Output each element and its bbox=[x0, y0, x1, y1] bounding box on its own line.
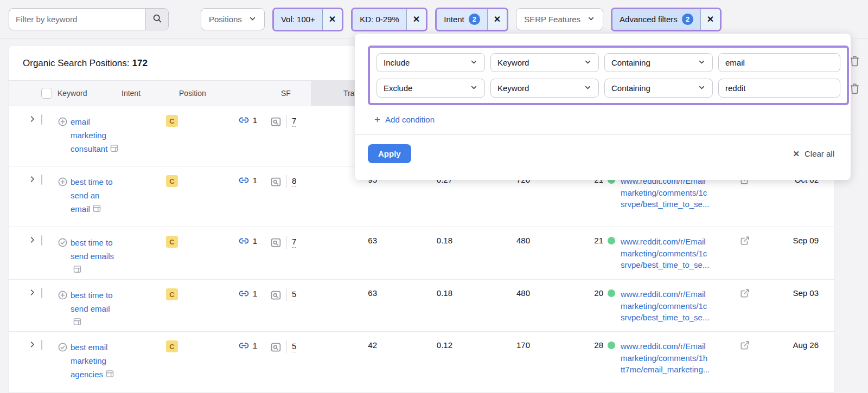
row-expander[interactable] bbox=[28, 166, 41, 185]
serp-page-icon[interactable] bbox=[92, 205, 101, 215]
serp-features-dropdown[interactable]: SERP Features bbox=[516, 8, 603, 30]
volume-filter-remove-button[interactable]: ✕ bbox=[322, 9, 342, 30]
delete-condition-button[interactable] bbox=[849, 55, 860, 67]
intent-commercial-badge[interactable]: C bbox=[166, 236, 178, 248]
condition-field-select[interactable]: Keyword bbox=[490, 79, 599, 98]
keyword-link[interactable]: best email marketing agencies bbox=[71, 340, 119, 382]
condition-mode-select[interactable]: Include bbox=[376, 53, 485, 72]
advanced-filters-remove-button[interactable]: ✕ bbox=[700, 9, 720, 30]
close-icon: ✕ bbox=[707, 14, 714, 24]
row-expander[interactable] bbox=[28, 106, 41, 125]
condition-row: Include Keyword Containing bbox=[376, 53, 840, 72]
intent-filter-chip[interactable]: Intent 2 ✕ bbox=[435, 8, 508, 31]
trash-icon bbox=[849, 59, 860, 68]
serp-features-label: SERP Features bbox=[524, 15, 580, 24]
serp-preview-icon[interactable] bbox=[270, 237, 282, 248]
keyword-link[interactable]: best time to send emails bbox=[71, 236, 119, 278]
chevron-right-icon bbox=[28, 176, 36, 185]
check-circle-icon[interactable] bbox=[58, 236, 68, 278]
row-expander[interactable] bbox=[28, 332, 41, 350]
close-icon: ✕ bbox=[793, 149, 800, 159]
row-checkbox[interactable] bbox=[41, 114, 42, 125]
column-header-sf[interactable]: SF bbox=[260, 81, 311, 106]
row-checkbox[interactable] bbox=[41, 288, 42, 298]
intent-commercial-badge[interactable]: C bbox=[166, 175, 178, 187]
row-expander[interactable] bbox=[28, 280, 41, 298]
link-icon bbox=[239, 236, 249, 246]
sf-count[interactable]: 5 bbox=[292, 289, 296, 300]
condition-field-select[interactable]: Keyword bbox=[490, 53, 599, 72]
row-checkbox[interactable] bbox=[41, 235, 42, 246]
traffic-value: 42 bbox=[311, 332, 382, 350]
keyword-link[interactable]: email marketing consultant bbox=[71, 115, 119, 157]
sf-count[interactable]: 8 bbox=[292, 176, 296, 187]
external-link-icon[interactable] bbox=[740, 288, 750, 300]
row-expander[interactable] bbox=[28, 227, 41, 246]
column-header-intent[interactable]: Intent bbox=[119, 81, 179, 106]
divider bbox=[286, 236, 287, 249]
serp-preview-icon[interactable] bbox=[270, 289, 282, 301]
add-condition-button[interactable]: + Add condition bbox=[374, 114, 435, 125]
serp-page-icon[interactable] bbox=[110, 145, 119, 154]
volume-filter-chip[interactable]: Vol: 100+ ✕ bbox=[272, 8, 343, 31]
row-checkbox[interactable] bbox=[41, 340, 42, 350]
serp-preview-icon[interactable] bbox=[270, 176, 282, 188]
serp-page-icon[interactable] bbox=[73, 266, 82, 275]
intent-count-badge: 2 bbox=[469, 14, 480, 25]
chevron-down-icon bbox=[698, 83, 706, 93]
advanced-filters-panel: Include Keyword Containing Exclude bbox=[355, 34, 851, 180]
condition-operator-select[interactable]: Containing bbox=[604, 79, 713, 98]
row-checkbox[interactable] bbox=[41, 175, 42, 185]
external-link-icon[interactable] bbox=[740, 236, 750, 247]
condition-operator-select[interactable]: Containing bbox=[604, 53, 713, 72]
serp-preview-icon[interactable] bbox=[270, 116, 282, 127]
serp-page-icon[interactable] bbox=[105, 371, 114, 380]
sf-count[interactable]: 5 bbox=[292, 342, 296, 352]
url-link[interactable]: www.reddit.com/r/Email bbox=[621, 288, 757, 300]
search-button[interactable] bbox=[145, 9, 168, 30]
keyword-filter-input[interactable] bbox=[9, 9, 145, 30]
volume-filter-label: Vol: 100+ bbox=[274, 9, 322, 30]
url-cell: www.reddit.com/r/Email marketing/comment… bbox=[618, 280, 757, 324]
condition-value-input[interactable] bbox=[718, 79, 840, 98]
select-all-checkbox[interactable] bbox=[41, 88, 52, 99]
link-icon bbox=[239, 288, 249, 299]
advanced-filters-chip[interactable]: Advanced filters 2 ✕ bbox=[611, 8, 722, 31]
condition-value-input[interactable] bbox=[718, 53, 840, 72]
add-circle-icon[interactable] bbox=[58, 175, 68, 217]
apply-button[interactable]: Apply bbox=[368, 144, 411, 163]
add-circle-icon[interactable] bbox=[58, 115, 68, 157]
kd-filter-chip[interactable]: KD: 0-29% ✕ bbox=[351, 8, 427, 31]
intent-commercial-badge[interactable]: C bbox=[166, 340, 178, 352]
column-header-position[interactable]: Position bbox=[179, 81, 260, 106]
check-circle-icon[interactable] bbox=[58, 340, 68, 382]
keyword-link[interactable]: best time to send an email bbox=[71, 175, 119, 217]
sf-count[interactable]: 7 bbox=[292, 116, 296, 127]
intent-filter-remove-button[interactable]: ✕ bbox=[487, 9, 507, 30]
keyword-link[interactable]: best time to send email bbox=[71, 288, 119, 330]
positions-dropdown[interactable]: Positions bbox=[201, 8, 265, 30]
volume-value: 170 bbox=[456, 332, 534, 350]
add-circle-icon[interactable] bbox=[58, 288, 68, 330]
external-link-icon[interactable] bbox=[740, 340, 750, 352]
kd-filter-remove-button[interactable]: ✕ bbox=[406, 9, 426, 30]
link-icon bbox=[239, 115, 249, 125]
chevron-down-icon bbox=[698, 58, 706, 68]
intent-commercial-badge[interactable]: C bbox=[166, 115, 178, 127]
url-link[interactable]: www.reddit.com/r/Email bbox=[621, 236, 757, 248]
serp-preview-icon[interactable] bbox=[270, 342, 282, 353]
kd-value: 21 bbox=[594, 236, 603, 245]
delete-condition-button[interactable] bbox=[849, 83, 860, 94]
close-icon: ✕ bbox=[413, 14, 420, 24]
serp-page-icon[interactable] bbox=[73, 319, 82, 328]
sf-count[interactable]: 7 bbox=[292, 237, 296, 248]
clear-all-button[interactable]: ✕ Clear all bbox=[793, 149, 834, 159]
position-value: 1 bbox=[253, 115, 257, 125]
table-row: best time to send emails C 1 7 63 0.18 4… bbox=[9, 227, 834, 280]
url-link[interactable]: www.reddit.com/r/Email bbox=[621, 340, 757, 352]
intent-commercial-badge[interactable]: C bbox=[166, 288, 178, 300]
intent-filter-label: Intent bbox=[444, 15, 464, 24]
column-header-keyword[interactable]: Keyword bbox=[58, 81, 119, 106]
condition-mode-select[interactable]: Exclude bbox=[376, 79, 485, 98]
divider bbox=[286, 288, 287, 301]
